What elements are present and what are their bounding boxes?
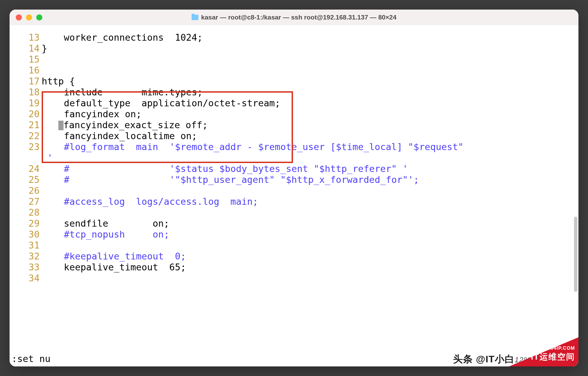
code-text: include mime.types; [42, 87, 578, 98]
code-line: 21 fancyindex_exact_size off; [10, 120, 578, 131]
code-line: 19 default_type application/octet-stream… [10, 98, 578, 109]
code-text [42, 240, 578, 251]
line-number: 20 [10, 109, 42, 120]
code-text: fancyindex_exact_size off; [42, 120, 578, 131]
line-number: 16 [10, 65, 42, 76]
code-line: 34 [10, 273, 578, 284]
code-line: 23 #log_format main '$remote_addr - $rem… [10, 142, 578, 152]
code-line: ' [10, 152, 578, 163]
line-number: 14 [10, 43, 42, 54]
code-text: worker_connections 1024; [42, 32, 578, 43]
code-text: #tcp_nopush on; [42, 229, 578, 240]
watermark-cn-label: 头条 @IT小白 [453, 354, 515, 364]
line-number: 25 [10, 174, 42, 185]
line-number: 17 [10, 76, 42, 87]
window-title-text: kasar — root@c8-1:/kasar — ssh root@192.… [201, 14, 396, 21]
terminal-window: kasar — root@c8-1:/kasar — ssh root@192.… [10, 10, 578, 366]
line-number: 24 [10, 163, 42, 174]
code-text: http { [42, 76, 578, 87]
code-line: 30 #tcp_nopush on; [10, 229, 578, 240]
cursor [58, 121, 64, 130]
folder-icon [192, 15, 198, 20]
maximize-window-button[interactable] [36, 14, 42, 21]
line-number: 32 [10, 251, 42, 262]
code-text: # '"$http_user_agent" "$http_x_forwarded… [42, 174, 578, 185]
code-line: 29 sendfile on; [10, 218, 578, 229]
code-text: } [42, 43, 578, 54]
line-number: 29 [10, 218, 42, 229]
code-line: 14} [10, 43, 578, 54]
close-window-button[interactable] [16, 14, 22, 21]
titlebar: kasar — root@c8-1:/kasar — ssh root@192.… [10, 10, 578, 26]
code-line: 13 worker_connections 1024; [10, 32, 578, 43]
scrollbar-thumb[interactable] [574, 217, 577, 292]
code-text: fancyindex_localtime on; [42, 131, 578, 142]
code-text: #keepalive_timeout 0; [42, 251, 578, 262]
terminal-body[interactable]: 13 worker_connections 1024;14}151617http… [10, 25, 578, 366]
code-text [42, 185, 578, 196]
code-text [42, 273, 578, 284]
code-text: sendfile on; [42, 218, 578, 229]
code-text: keepalive_timeout 65; [42, 262, 578, 273]
code-line: 16 [10, 65, 578, 76]
code-line: 32 #keepalive_timeout 0; [10, 251, 578, 262]
code-text: #access_log logs/access.log main; [42, 196, 578, 207]
code-line: 17http { [10, 76, 578, 87]
code-line: 33 keepalive_timeout 65; [10, 262, 578, 273]
line-number: 21 [10, 120, 42, 131]
line-number: 27 [10, 196, 42, 207]
line-number: 28 [10, 207, 42, 218]
code-line: 27 #access_log logs/access.log main; [10, 196, 578, 207]
code-line: 18 include mime.types; [10, 87, 578, 98]
line-number: 26 [10, 185, 42, 196]
line-number: 19 [10, 98, 42, 109]
line-number: 31 [10, 240, 42, 251]
window-title: kasar — root@c8-1:/kasar — ssh root@192.… [10, 14, 578, 21]
code-text: default_type application/octet-stream; [42, 98, 578, 109]
code-line: 20 fancyindex on; [10, 109, 578, 120]
code-line: 22 fancyindex_localtime on; [10, 131, 578, 142]
traffic-lights [16, 14, 42, 21]
line-number: 33 [10, 262, 42, 273]
line-number: 23 [10, 142, 42, 152]
line-number [10, 152, 42, 163]
code-text [42, 65, 578, 76]
corner-brand: IT运维空间 [531, 351, 575, 362]
code-text [42, 207, 578, 218]
editor-content[interactable]: 13 worker_connections 1024;14}151617http… [10, 32, 578, 284]
line-number: 18 [10, 87, 42, 98]
code-line: 25 # '"$http_user_agent" "$http_x_forwar… [10, 174, 578, 185]
code-line: 15 [10, 54, 578, 65]
code-text: fancyindex on; [42, 109, 578, 120]
code-text [42, 54, 578, 65]
line-number: 34 [10, 273, 42, 284]
code-line: 24 # '$status $body_bytes_sent "$http_re… [10, 163, 578, 174]
code-text: # '$status $body_bytes_sent "$http_refer… [42, 163, 578, 174]
corner-url: WWW.94IP.COM [535, 345, 575, 351]
code-line: 31 [10, 240, 578, 251]
code-text: ' [42, 152, 578, 163]
minimize-window-button[interactable] [26, 14, 32, 21]
line-number: 15 [10, 54, 42, 65]
vim-status-line: :set nu [12, 353, 51, 364]
line-number: 22 [10, 131, 42, 142]
code-text: #log_format main '$remote_addr - $remote… [42, 142, 578, 152]
line-number: 30 [10, 229, 42, 240]
code-line: 28 [10, 207, 578, 218]
code-line: 26 [10, 185, 578, 196]
line-number: 13 [10, 32, 42, 43]
